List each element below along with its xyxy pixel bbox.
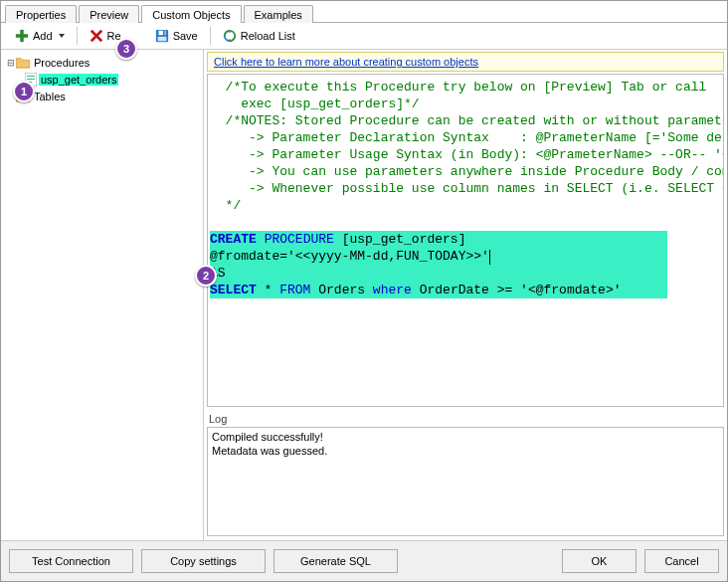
code-comment: -> Parameter Usage Syntax (in Body): <@P… [226, 147, 724, 162]
folder-icon [16, 57, 30, 69]
log-label: Log [207, 411, 724, 427]
hint-bar: Click here to learn more about creating … [207, 52, 724, 72]
code-line: @fromdate='<<yyyy-MM-dd,FUN_TODAY>>' [210, 248, 667, 265]
code-comment: -> Whenever possible use column names in… [226, 181, 724, 196]
svg-rect-4 [163, 31, 165, 35]
code-comment: /*NOTES: Stored Procedure can be created… [226, 113, 724, 128]
generate-sql-button[interactable]: Generate SQL [273, 549, 398, 573]
log-panel: Log Compiled successfully! Metadata was … [207, 411, 724, 536]
svg-rect-8 [27, 79, 35, 80]
save-label: Save [173, 30, 198, 42]
reload-button[interactable]: Reload List [217, 27, 301, 45]
code-comment: -> You can use parameters anywhere insid… [226, 164, 724, 179]
code-line: SELECT * FROM Orders where OrderDate >= … [210, 282, 667, 298]
code-editor[interactable]: /*To execute this Procedure try below on… [207, 74, 724, 407]
annotation-badge-1: 1 [13, 81, 35, 102]
code-comment: -> Parameter Declaration Syntax : @Prame… [226, 130, 724, 145]
main-split: ⊟ Procedures usp_get_orders Tables [1, 50, 727, 540]
reload-label: Reload List [241, 30, 295, 42]
svg-rect-7 [27, 76, 35, 77]
tab-strip: Properties Preview Custom Objects Exampl… [1, 1, 727, 23]
separator [77, 27, 78, 45]
refresh-icon [223, 29, 237, 43]
annotation-badge-2: 2 [195, 265, 217, 287]
annotation-badge-3: 3 [115, 38, 137, 60]
text-cursor [489, 250, 490, 265]
tree-label: Tables [32, 91, 68, 102]
tree-label: Procedures [32, 57, 91, 69]
save-button[interactable]: Save [149, 27, 204, 45]
test-connection-button[interactable]: Test Connection [9, 549, 133, 573]
editor-panel: Click here to learn more about creating … [204, 50, 727, 540]
ok-button[interactable]: OK [562, 549, 637, 573]
code-comment: /*To execute this Procedure try below on… [226, 80, 707, 95]
separator [210, 27, 211, 45]
svg-rect-5 [157, 37, 166, 41]
tree-node-procedures[interactable]: ⊟ Procedures [3, 54, 201, 71]
tab-preview[interactable]: Preview [79, 5, 139, 23]
disk-icon [155, 29, 169, 43]
tab-properties[interactable]: Properties [5, 5, 77, 23]
cancel-button[interactable]: Cancel [644, 549, 719, 573]
log-textarea[interactable]: Compiled successfully! Metadata was gues… [207, 427, 724, 536]
x-icon [90, 29, 103, 43]
svg-rect-1 [16, 34, 28, 38]
add-label: Add [33, 30, 53, 42]
code-line: AS [210, 265, 667, 282]
code-comment: exec [usp_get_orders]*/ [226, 97, 420, 111]
code-line: CREATE PROCEDURE [usp_get_orders] [210, 231, 667, 248]
code-comment: */ [226, 198, 242, 213]
object-tree[interactable]: ⊟ Procedures usp_get_orders Tables [1, 50, 204, 540]
toolbar: Add Re Save Reload List [1, 23, 727, 50]
tree-label: usp_get_orders [39, 74, 118, 86]
hint-link[interactable]: Click here to learn more about creating … [214, 56, 478, 68]
tab-custom-objects[interactable]: Custom Objects [141, 5, 241, 23]
collapse-icon[interactable]: ⊟ [5, 58, 16, 68]
dialog-footer: Test Connection Copy settings Generate S… [1, 540, 727, 581]
window-frame: Properties Preview Custom Objects Exampl… [0, 0, 728, 582]
plus-icon [15, 29, 29, 43]
add-button[interactable]: Add [9, 27, 71, 45]
tab-examples[interactable]: Examples [244, 5, 313, 23]
copy-settings-button[interactable]: Copy settings [141, 549, 266, 573]
chevron-down-icon [59, 34, 65, 38]
